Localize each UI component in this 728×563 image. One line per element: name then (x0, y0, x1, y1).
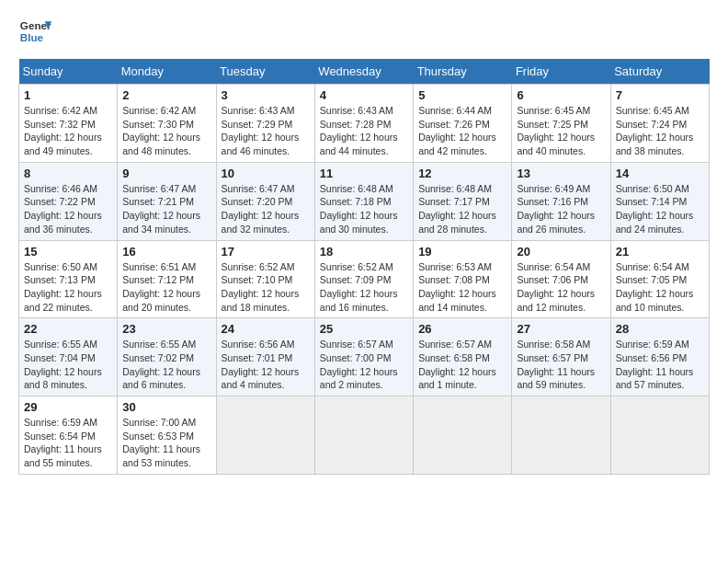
calendar-cell: 11Sunrise: 6:48 AM Sunset: 7:18 PM Dayli… (314, 162, 413, 240)
logo-icon: General Blue (18, 15, 51, 48)
column-header-friday: Friday (512, 59, 610, 85)
calendar-cell (610, 396, 709, 475)
day-info: Sunrise: 6:56 AM Sunset: 7:01 PM Dayligh… (222, 338, 310, 392)
calendar-cell: 4Sunrise: 6:43 AM Sunset: 7:28 PM Daylig… (314, 85, 413, 163)
calendar-cell: 14Sunrise: 6:50 AM Sunset: 7:14 PM Dayli… (610, 162, 709, 240)
calendar-cell: 3Sunrise: 6:43 AM Sunset: 7:29 PM Daylig… (216, 85, 314, 163)
calendar-cell (216, 396, 314, 475)
calendar-cell: 7Sunrise: 6:45 AM Sunset: 7:24 PM Daylig… (610, 85, 709, 163)
column-header-sunday: Sunday (19, 59, 118, 85)
calendar-week-5: 29Sunrise: 6:59 AM Sunset: 6:54 PM Dayli… (19, 396, 710, 475)
day-number: 13 (517, 167, 605, 180)
day-number: 17 (222, 245, 310, 259)
day-number: 18 (320, 245, 408, 259)
calendar-cell: 22Sunrise: 6:55 AM Sunset: 7:04 PM Dayli… (19, 318, 118, 396)
day-number: 22 (24, 322, 112, 336)
calendar-cell: 23Sunrise: 6:55 AM Sunset: 7:02 PM Dayli… (118, 318, 216, 396)
column-header-wednesday: Wednesday (314, 59, 413, 85)
day-number: 15 (24, 245, 112, 259)
day-info: Sunrise: 6:54 AM Sunset: 7:05 PM Dayligh… (616, 260, 704, 315)
day-info: Sunrise: 6:42 AM Sunset: 7:30 PM Dayligh… (122, 104, 210, 158)
day-number: 4 (320, 88, 408, 102)
page-header: General Blue (18, 15, 710, 48)
calendar-cell: 29Sunrise: 6:59 AM Sunset: 6:54 PM Dayli… (19, 396, 118, 475)
day-number: 25 (320, 322, 408, 336)
day-number: 12 (418, 167, 506, 180)
calendar-cell: 10Sunrise: 6:47 AM Sunset: 7:20 PM Dayli… (216, 162, 314, 240)
calendar-week-1: 1Sunrise: 6:42 AM Sunset: 7:32 PM Daylig… (19, 85, 710, 163)
calendar-cell (414, 396, 512, 475)
day-info: Sunrise: 6:50 AM Sunset: 7:14 PM Dayligh… (616, 182, 704, 236)
column-header-monday: Monday (118, 59, 216, 85)
day-number: 28 (616, 322, 704, 336)
calendar-cell: 15Sunrise: 6:50 AM Sunset: 7:13 PM Dayli… (19, 240, 118, 318)
day-info: Sunrise: 6:50 AM Sunset: 7:13 PM Dayligh… (24, 260, 112, 315)
day-number: 5 (418, 88, 506, 102)
calendar-cell: 1Sunrise: 6:42 AM Sunset: 7:32 PM Daylig… (19, 85, 118, 163)
day-number: 1 (24, 88, 112, 102)
calendar-cell: 2Sunrise: 6:42 AM Sunset: 7:30 PM Daylig… (118, 85, 216, 163)
day-number: 6 (517, 88, 605, 102)
calendar-cell (512, 396, 610, 475)
day-info: Sunrise: 6:45 AM Sunset: 7:24 PM Dayligh… (616, 104, 704, 158)
day-info: Sunrise: 6:48 AM Sunset: 7:17 PM Dayligh… (418, 182, 506, 236)
day-number: 23 (122, 322, 210, 336)
calendar-week-2: 8Sunrise: 6:46 AM Sunset: 7:22 PM Daylig… (19, 162, 710, 240)
day-number: 14 (616, 167, 704, 180)
day-info: Sunrise: 6:47 AM Sunset: 7:21 PM Dayligh… (122, 182, 210, 236)
calendar-cell: 26Sunrise: 6:57 AM Sunset: 6:58 PM Dayli… (414, 318, 512, 396)
svg-text:Blue: Blue (20, 31, 44, 43)
day-number: 2 (122, 88, 210, 102)
day-number: 30 (122, 400, 210, 414)
calendar-week-3: 15Sunrise: 6:50 AM Sunset: 7:13 PM Dayli… (19, 240, 710, 318)
calendar-cell: 28Sunrise: 6:59 AM Sunset: 6:56 PM Dayli… (610, 318, 709, 396)
day-number: 11 (320, 167, 408, 180)
calendar-header-row: SundayMondayTuesdayWednesdayThursdayFrid… (19, 59, 710, 85)
day-info: Sunrise: 6:44 AM Sunset: 7:26 PM Dayligh… (418, 104, 506, 158)
day-info: Sunrise: 6:51 AM Sunset: 7:12 PM Dayligh… (122, 260, 210, 315)
calendar-cell: 13Sunrise: 6:49 AM Sunset: 7:16 PM Dayli… (512, 162, 610, 240)
day-info: Sunrise: 6:57 AM Sunset: 7:00 PM Dayligh… (320, 338, 408, 392)
day-number: 7 (616, 88, 704, 102)
day-info: Sunrise: 6:43 AM Sunset: 7:29 PM Dayligh… (222, 104, 310, 158)
day-info: Sunrise: 6:57 AM Sunset: 6:58 PM Dayligh… (418, 338, 506, 392)
calendar-cell: 25Sunrise: 6:57 AM Sunset: 7:00 PM Dayli… (314, 318, 413, 396)
day-number: 20 (517, 245, 605, 259)
calendar-cell: 8Sunrise: 6:46 AM Sunset: 7:22 PM Daylig… (19, 162, 118, 240)
calendar-table: SundayMondayTuesdayWednesdayThursdayFrid… (18, 59, 710, 475)
calendar-cell: 21Sunrise: 6:54 AM Sunset: 7:05 PM Dayli… (610, 240, 709, 318)
column-header-tuesday: Tuesday (216, 59, 314, 85)
column-header-thursday: Thursday (414, 59, 512, 85)
day-info: Sunrise: 6:55 AM Sunset: 7:04 PM Dayligh… (24, 338, 112, 392)
day-info: Sunrise: 6:59 AM Sunset: 6:54 PM Dayligh… (24, 416, 112, 470)
calendar-cell: 17Sunrise: 6:52 AM Sunset: 7:10 PM Dayli… (216, 240, 314, 318)
day-info: Sunrise: 6:59 AM Sunset: 6:56 PM Dayligh… (616, 338, 704, 392)
day-number: 29 (24, 400, 112, 414)
calendar-cell: 20Sunrise: 6:54 AM Sunset: 7:06 PM Dayli… (512, 240, 610, 318)
calendar-cell: 24Sunrise: 6:56 AM Sunset: 7:01 PM Dayli… (216, 318, 314, 396)
day-info: Sunrise: 6:42 AM Sunset: 7:32 PM Dayligh… (24, 104, 112, 158)
day-info: Sunrise: 6:47 AM Sunset: 7:20 PM Dayligh… (222, 182, 310, 236)
day-info: Sunrise: 7:00 AM Sunset: 6:53 PM Dayligh… (122, 416, 210, 470)
day-number: 27 (517, 322, 605, 336)
day-number: 9 (122, 167, 210, 180)
calendar-cell: 30Sunrise: 7:00 AM Sunset: 6:53 PM Dayli… (118, 396, 216, 475)
calendar-cell: 16Sunrise: 6:51 AM Sunset: 7:12 PM Dayli… (118, 240, 216, 318)
calendar-cell: 18Sunrise: 6:52 AM Sunset: 7:09 PM Dayli… (314, 240, 413, 318)
calendar-cell: 12Sunrise: 6:48 AM Sunset: 7:17 PM Dayli… (414, 162, 512, 240)
calendar-cell: 27Sunrise: 6:58 AM Sunset: 6:57 PM Dayli… (512, 318, 610, 396)
calendar-cell: 9Sunrise: 6:47 AM Sunset: 7:21 PM Daylig… (118, 162, 216, 240)
calendar-cell (314, 396, 413, 475)
day-number: 16 (122, 245, 210, 259)
day-info: Sunrise: 6:52 AM Sunset: 7:09 PM Dayligh… (320, 260, 408, 315)
day-info: Sunrise: 6:43 AM Sunset: 7:28 PM Dayligh… (320, 104, 408, 158)
calendar-cell: 6Sunrise: 6:45 AM Sunset: 7:25 PM Daylig… (512, 85, 610, 163)
day-info: Sunrise: 6:52 AM Sunset: 7:10 PM Dayligh… (222, 260, 310, 315)
logo: General Blue (18, 15, 51, 48)
day-info: Sunrise: 6:54 AM Sunset: 7:06 PM Dayligh… (517, 260, 605, 315)
day-number: 10 (222, 167, 310, 180)
calendar-cell: 19Sunrise: 6:53 AM Sunset: 7:08 PM Dayli… (414, 240, 512, 318)
day-info: Sunrise: 6:48 AM Sunset: 7:18 PM Dayligh… (320, 182, 408, 236)
day-number: 3 (222, 88, 310, 102)
calendar-week-4: 22Sunrise: 6:55 AM Sunset: 7:04 PM Dayli… (19, 318, 710, 396)
